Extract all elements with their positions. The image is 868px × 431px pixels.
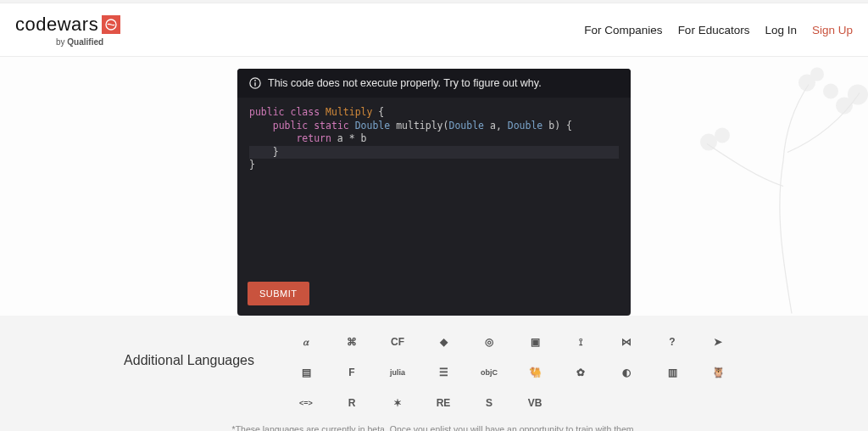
ocaml-icon[interactable]: 🐫 — [526, 364, 543, 381]
code-line: public class Multiply { — [249, 106, 619, 120]
brand-mark-icon — [102, 15, 120, 34]
svg-point-2 — [715, 128, 730, 143]
cobol-icon[interactable]: ◎ — [481, 333, 498, 350]
hero-section: This code does not execute properly. Try… — [0, 57, 868, 316]
svg-point-4 — [836, 98, 853, 115]
solidity-icon[interactable]: S — [481, 395, 498, 411]
svg-point-7 — [810, 68, 824, 81]
nav-sign-up[interactable]: Sign Up — [812, 24, 853, 36]
language-grid: 𝛼⌘CF◆◎▣⟟⋈?➤▤Fjulia☰objC🐫✿◐▥🦉<=>R✶RESVB — [288, 329, 736, 416]
fsharp-icon[interactable]: F — [343, 364, 360, 381]
purescript-icon[interactable]: <=> — [298, 395, 314, 411]
julia-icon[interactable]: julia — [389, 364, 406, 381]
code-line: } — [249, 159, 619, 172]
crystal-icon[interactable]: ◆ — [435, 333, 452, 350]
pascal-icon[interactable]: ✿ — [572, 364, 589, 381]
racket-icon[interactable]: ✶ — [389, 395, 406, 411]
svg-point-10 — [254, 80, 256, 81]
background-tree-illustration — [648, 57, 868, 316]
agda-icon[interactable]: 𝛼 — [298, 333, 314, 350]
prolog-icon[interactable]: 🦉 — [709, 364, 726, 381]
nav-for-educators[interactable]: For Educators — [678, 24, 750, 36]
perl-icon[interactable]: ◐ — [618, 364, 635, 381]
elm-icon[interactable]: ⟟ — [572, 333, 589, 350]
reason-icon[interactable]: RE — [435, 395, 452, 411]
fortran-icon[interactable]: ▤ — [298, 364, 314, 381]
code-line-highlighted: } — [249, 146, 619, 160]
primary-nav: For Companies For Educators Log In Sign … — [584, 24, 853, 36]
site-header: codewars by Qualified For Companies For … — [0, 3, 868, 57]
code-editor[interactable]: public class Multiply { public static Do… — [237, 98, 631, 273]
info-icon — [249, 77, 261, 89]
svg-point-3 — [848, 85, 868, 105]
brand-subline: by Qualified — [56, 37, 103, 47]
nav-for-companies[interactable]: For Companies — [584, 24, 662, 36]
svg-rect-9 — [254, 82, 255, 86]
code-editor-panel: This code does not execute properly. Try… — [237, 69, 631, 316]
editor-instruction-text: This code does not execute properly. Try… — [268, 77, 542, 89]
additional-languages-section: Additional Languages 𝛼⌘CF◆◎▣⟟⋈?➤▤Fjulia☰… — [0, 316, 868, 431]
factor-icon[interactable]: ? — [664, 333, 681, 350]
vb-icon[interactable]: VB — [526, 395, 543, 411]
brand-name: codewars — [15, 14, 98, 36]
nav-log-in[interactable]: Log In — [765, 24, 797, 36]
code-line: return a * b — [249, 132, 619, 146]
svg-point-1 — [700, 134, 717, 151]
editor-footer: SUBMIT — [237, 273, 631, 316]
r-icon[interactable]: R — [343, 395, 360, 411]
additional-languages-title: Additional Languages — [34, 353, 254, 368]
groovy-icon[interactable]: ☰ — [435, 364, 452, 381]
bf-icon[interactable]: ⌘ — [343, 333, 360, 350]
erlang-icon[interactable]: ⋈ — [618, 333, 635, 350]
code-line: public static Double multiply(Double a, … — [249, 120, 619, 133]
objc-icon[interactable]: objC — [481, 364, 498, 381]
elixir-icon[interactable]: ▣ — [526, 333, 543, 350]
powershell-icon[interactable]: ▥ — [664, 364, 681, 381]
svg-point-6 — [798, 75, 815, 92]
submit-button[interactable]: SUBMIT — [248, 282, 309, 305]
editor-instruction-bar: This code does not execute properly. Try… — [237, 69, 631, 98]
svg-point-5 — [823, 84, 838, 99]
brand-logo[interactable]: codewars by Qualified — [15, 14, 120, 47]
cf-icon[interactable]: CF — [389, 333, 406, 350]
forth-icon[interactable]: ➤ — [709, 333, 726, 350]
languages-beta-note: *These languages are currently in beta. … — [34, 424, 834, 431]
